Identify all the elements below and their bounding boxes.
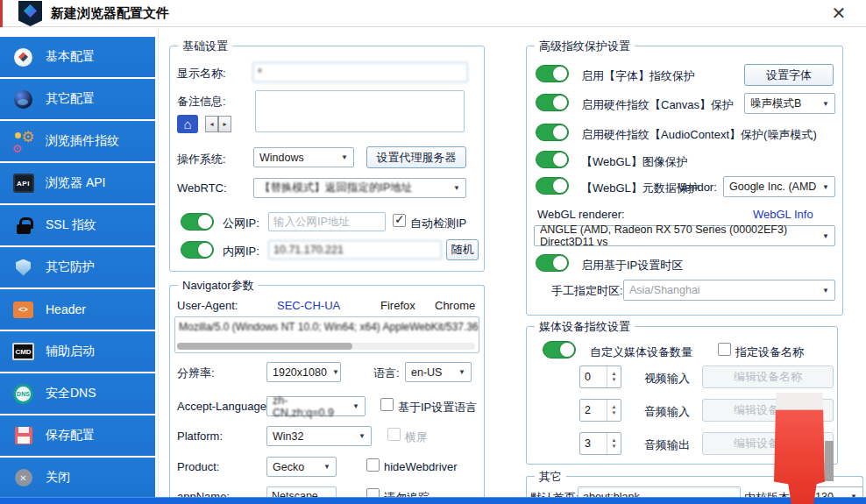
public-ip-toggle[interactable] <box>181 213 214 231</box>
sidebar-item-other-protection[interactable]: 其它防护 <box>0 247 155 287</box>
chevron-down-icon: ▼ <box>822 232 829 240</box>
webrtc-select[interactable]: 【替换模式】返回指定的IP地址▼ <box>253 178 466 198</box>
platform-label: Platform: <box>177 429 223 443</box>
chevron-down-icon: ▼ <box>453 184 460 192</box>
sidebar-item-plugin-fingerprint[interactable]: ⚙⚙ 浏览插件指纹 <box>0 121 155 161</box>
video-input-stepper[interactable]: 0 ▲▼ <box>579 366 621 388</box>
window-title: 新建浏览器配置文件 <box>51 5 169 22</box>
landscape-label: 横屏 <box>405 429 428 445</box>
sidebar-item-close[interactable]: ✕ 关闭 <box>0 458 155 498</box>
note-textarea[interactable] <box>255 90 465 132</box>
display-name-input[interactable] <box>252 62 468 82</box>
webgl-meta-toggle[interactable] <box>536 177 569 195</box>
resolution-label: 分辨率: <box>177 366 215 381</box>
timezone-by-ip-label: 启用基于IP设置时区 <box>581 258 683 273</box>
user-agent-label: User-Agent: <box>177 299 238 312</box>
stepper-arrows-icon[interactable]: ▲▼ <box>607 366 621 387</box>
ua-scrollbar-thumb[interactable] <box>177 343 352 350</box>
chevron-down-icon: ▼ <box>822 100 829 108</box>
landscape-checkbox[interactable] <box>387 428 401 441</box>
video-input-label: 视频输入 <box>644 371 690 387</box>
accept-language-label: Accept-Language: <box>177 400 270 413</box>
dns-icon: DNS <box>11 382 35 405</box>
navigator-group: Navigator参数 User-Agent: SEC-CH-UA Firefo… <box>169 285 485 504</box>
ip-language-label: 基于IP设置语言 <box>398 400 477 415</box>
stepper-arrows-icon[interactable]: ▲▼ <box>607 400 621 421</box>
note-label: 备注信息: <box>177 94 226 110</box>
lan-ip-input[interactable] <box>268 240 442 259</box>
new-browser-profile-dialog: 新建浏览器配置文件 ✕ 基本配置 其它配置 ⚙⚙ 浏览插件指纹 API 浏览器 … <box>0 0 866 504</box>
vendor-select[interactable]: Google Inc. (AMD▼ <box>723 176 835 197</box>
sidebar-item-basic-config[interactable]: 基本配置 <box>0 37 155 77</box>
canvas-protection-label: 启用硬件指纹【Canvas】保护 <box>581 97 734 113</box>
platform-select[interactable]: Win32▼ <box>266 426 372 446</box>
user-agent-value: Mozilla/5.0 (Windows NT 10.0; Win64; x64… <box>179 321 479 333</box>
sidebar-item-secure-dns[interactable]: DNS 安全DNS <box>0 373 155 414</box>
accept-language-select[interactable]: zh-CN,zh;q=0.9▼ <box>266 396 366 416</box>
chevron-down-icon: ▼ <box>822 287 829 295</box>
custom-media-count-toggle[interactable] <box>543 341 576 358</box>
ua-scrollbar-track[interactable] <box>177 343 475 350</box>
stepper-arrows-icon[interactable]: ▲▼ <box>607 433 621 454</box>
advanced-legend: 高级指纹保护设置 <box>535 39 635 54</box>
arrow-left-icon[interactable]: ◂ <box>205 116 218 132</box>
canvas-protection-toggle[interactable] <box>536 94 569 111</box>
public-ip-input[interactable] <box>268 212 386 231</box>
language-select[interactable]: en-US▼ <box>405 362 472 382</box>
content-divider <box>158 29 159 497</box>
set-fonts-button[interactable]: 设置字体 <box>744 64 834 86</box>
compass-icon <box>11 46 35 68</box>
scrollbar-sliver[interactable] <box>825 441 834 481</box>
named-device-checkbox[interactable] <box>718 343 731 356</box>
public-ip-label: 公网IP: <box>223 216 259 231</box>
save-icon <box>11 424 35 447</box>
webgl-renderer-select[interactable]: ANGLE (AMD, Radeon RX 570 Series (00002E… <box>534 225 835 246</box>
os-label: 操作系统: <box>177 152 226 167</box>
html-tag-icon: <> <box>11 298 35 321</box>
audio-input-stepper[interactable]: 2 ▲▼ <box>579 399 621 422</box>
audiocontext-protection-toggle[interactable] <box>536 124 569 141</box>
sidebar-item-ssl-fingerprint[interactable]: SSL 指纹 <box>0 205 155 245</box>
basic-settings-legend: 基础设置 <box>178 39 232 54</box>
product-select[interactable]: Gecko▼ <box>266 457 337 477</box>
sidebar-item-assist-launch[interactable]: CMD 辅助启动 <box>0 331 155 372</box>
os-select[interactable]: Windows▼ <box>253 147 354 167</box>
canvas-noise-mode-select[interactable]: 噪声模式B▼ <box>744 93 835 114</box>
audio-output-stepper[interactable]: 3 ▲▼ <box>579 432 621 455</box>
sidebar-item-browser-api[interactable]: API 浏览器 API <box>0 163 155 203</box>
font-protection-toggle[interactable] <box>536 65 569 82</box>
timezone-select[interactable]: Asia/Shanghai▼ <box>623 280 835 301</box>
auto-detect-ip-label: 自动检测IP <box>410 216 466 231</box>
sidebar-item-header[interactable]: <> Header <box>0 289 155 330</box>
auto-detect-ip-checkbox[interactable] <box>393 214 406 227</box>
lan-ip-toggle[interactable] <box>181 241 214 259</box>
timezone-by-ip-toggle[interactable] <box>536 254 569 272</box>
sidebar-item-other-config[interactable]: 其它配置 <box>0 79 155 119</box>
vendor-label: Vendor: <box>678 181 717 194</box>
sidebar-item-save-config[interactable]: 保存配置 <box>0 415 155 456</box>
edit-video-device-button[interactable]: 编辑设备名称 <box>702 366 834 388</box>
arrow-right-icon[interactable]: ▸ <box>218 116 231 132</box>
firefox-preset-link[interactable]: Firefox <box>380 299 415 312</box>
chrome-preset-link[interactable]: Chrome <box>435 299 475 312</box>
chevron-down-icon: ▼ <box>341 153 348 161</box>
audio-input-label: 音频输入 <box>644 404 690 420</box>
webgl-image-label: 【WebGL】图像保护 <box>581 154 688 170</box>
hide-webdriver-label: hideWebdriver <box>384 460 458 473</box>
api-icon: API <box>11 172 35 195</box>
language-label: 语言: <box>373 366 400 381</box>
close-icon[interactable]: ✕ <box>827 2 850 25</box>
webgl-renderer-label: WebGL renderer: <box>537 208 625 221</box>
resolution-select[interactable]: 1920x1080▼ <box>266 362 341 382</box>
hide-webdriver-checkbox[interactable] <box>366 458 380 472</box>
home-icon[interactable]: ⌂ <box>177 115 198 133</box>
random-ip-button[interactable]: 随机 <box>446 239 479 260</box>
proxy-server-button[interactable]: 设置代理服务器 <box>366 146 466 168</box>
webgl-info-link[interactable]: WebGL Info <box>753 208 813 221</box>
sec-ch-ua-link[interactable]: SEC-CH-UA <box>277 299 340 312</box>
webgl-image-toggle[interactable] <box>536 151 569 168</box>
user-agent-box[interactable]: Mozilla/5.0 (Windows NT 10.0; Win64; x64… <box>174 316 479 353</box>
ip-language-checkbox[interactable] <box>380 398 394 411</box>
webrtc-label: WebRTC: <box>177 181 227 195</box>
navigator-legend: Navigator参数 <box>178 278 259 294</box>
